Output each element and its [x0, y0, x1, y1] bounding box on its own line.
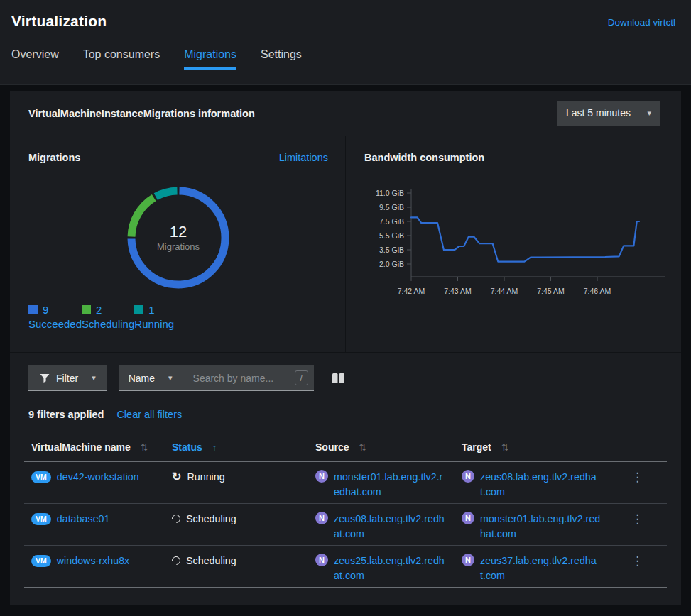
- slash-shortcut-badge: /: [295, 370, 308, 385]
- vm-name-link[interactable]: database01: [57, 512, 110, 527]
- vm-badge-icon: VM: [31, 555, 51, 567]
- charts-row: Migrations Limitations 12 Migrations 9Su…: [10, 136, 681, 353]
- status-text: Scheduling: [186, 554, 236, 568]
- sort-icon: ⇅: [501, 442, 509, 453]
- page-title: Virtualization: [11, 13, 107, 30]
- table-row: VMdatabase01SchedulingNzeus08.lab.eng.tl…: [24, 504, 667, 546]
- legend-label-link[interactable]: Running: [134, 317, 174, 332]
- in-progress-spinner-icon: [170, 513, 183, 525]
- table-toolbar: Filter ▾ Name ▾ /: [10, 353, 681, 391]
- status-scheduling: Scheduling: [172, 554, 301, 568]
- column-header-target[interactable]: Target ⇅: [455, 434, 608, 462]
- node-badge-icon: N: [462, 470, 474, 483]
- filter-funnel-icon: [40, 373, 50, 383]
- source-node-link[interactable]: zeus25.lab.eng.tlv2.redhat.com: [334, 554, 447, 583]
- column-header-status[interactable]: Status ↑: [165, 434, 308, 462]
- status-text: Running: [187, 470, 224, 484]
- status-text: Scheduling: [186, 512, 236, 526]
- vm-name-link[interactable]: windows-rxhu8x: [57, 554, 130, 568]
- x-tick-label: 7:42 AM: [398, 287, 425, 295]
- donut-svg: [125, 185, 232, 291]
- tab-settings[interactable]: Settings: [261, 48, 302, 70]
- legend-item-succeeded: 9Succeeded: [28, 302, 82, 332]
- row-kebab-menu-button[interactable]: ⋮: [626, 470, 649, 485]
- legend-swatch: [82, 305, 91, 314]
- status-running: ↻Running: [172, 470, 301, 484]
- migrations-donut-chart: 12 Migrations: [125, 185, 232, 291]
- card-header: VirtualMachineInstanceMigrations informa…: [10, 91, 681, 136]
- legend-item-scheduling: 2Scheduling: [82, 302, 134, 332]
- node-badge-icon: N: [315, 554, 328, 566]
- tab-top-consumers[interactable]: Top consumers: [83, 48, 160, 70]
- search-input[interactable]: [192, 372, 295, 385]
- legend-swatch: [28, 305, 38, 314]
- legend-count: 1: [148, 304, 154, 316]
- donut-legend: 9Succeeded2Scheduling1Running: [28, 302, 328, 332]
- tab-overview[interactable]: Overview: [11, 48, 59, 70]
- card-title: VirtualMachineInstanceMigrations informa…: [28, 108, 255, 119]
- limitations-link[interactable]: Limitations: [279, 152, 328, 163]
- search-box: /: [183, 365, 314, 391]
- x-tick-label: 7:46 AM: [584, 287, 611, 295]
- duration-select-value: Last 5 minutes: [566, 107, 631, 119]
- bandwidth-series-line: [411, 217, 639, 261]
- chevron-down-icon: ▾: [168, 373, 173, 383]
- attribute-dropdown-button[interactable]: Name ▾: [119, 365, 183, 391]
- in-progress-spinner-icon: [170, 555, 183, 567]
- y-tick-label: 5.5 GiB: [379, 231, 404, 240]
- table-row: VMwindows-rxhu8xSchedulingNzeus25.lab.en…: [24, 546, 667, 588]
- legend-swatch: [134, 305, 143, 314]
- clear-all-filters-link[interactable]: Clear all filters: [116, 409, 182, 420]
- columns-icon: [332, 373, 344, 383]
- status-scheduling: Scheduling: [172, 512, 301, 526]
- bandwidth-line-chart: 11.0 GiB9.5 GiB7.5 GiB5.5 GiB3.5 GiB2.0 …: [364, 183, 670, 304]
- main-content: VirtualMachineInstanceMigrations informa…: [0, 85, 691, 616]
- column-header-vm-name[interactable]: VirtualMachine name ⇅: [24, 434, 165, 462]
- sync-running-icon: ↻: [172, 471, 181, 483]
- migrations-panel-title: Migrations: [28, 152, 80, 163]
- legend-count: 2: [96, 304, 102, 316]
- migrations-table: VirtualMachine name ⇅ Status ↑ Source ⇅ …: [24, 434, 667, 588]
- vm-name-link[interactable]: dev42-workstation: [57, 470, 139, 485]
- table-row: VMdev42-workstation↻RunningNmonster01.la…: [24, 462, 667, 504]
- y-tick-label: 3.5 GiB: [379, 246, 404, 254]
- search-input-group: Name ▾ /: [119, 365, 314, 391]
- target-node-link[interactable]: monster01.lab.eng.tlv2.redhat.com: [480, 512, 601, 541]
- source-node-link[interactable]: monster01.lab.eng.tlv2.redhat.com: [334, 470, 447, 500]
- y-tick-label: 11.0 GiB: [376, 189, 404, 197]
- y-tick-label: 9.5 GiB: [379, 203, 404, 211]
- target-node-link[interactable]: zeus08.lab.eng.tlv2.redhat.com: [480, 470, 601, 500]
- sort-asc-icon: ↑: [212, 442, 217, 453]
- node-badge-icon: N: [315, 470, 328, 483]
- donut-segment-scheduling: [131, 198, 154, 237]
- migrations-card: VirtualMachineInstanceMigrations informa…: [10, 91, 681, 605]
- source-node-link[interactable]: zeus08.lab.eng.tlv2.redhat.com: [334, 512, 447, 541]
- node-badge-icon: N: [462, 512, 474, 524]
- filters-applied-count: 9 filters applied: [28, 409, 104, 420]
- target-node-link[interactable]: zeus37.lab.eng.tlv2.redhat.com: [480, 554, 601, 583]
- y-tick-label: 7.5 GiB: [379, 217, 404, 226]
- chevron-down-icon: ▾: [647, 109, 651, 118]
- tab-migrations[interactable]: Migrations: [184, 48, 236, 70]
- bandwidth-panel: Bandwidth consumption 11.0 GiB9.5 GiB7.5…: [346, 136, 681, 352]
- y-tick-label: 2.0 GiB: [379, 260, 404, 268]
- tab-bar: OverviewTop consumersMigrationsSettings: [11, 48, 675, 70]
- legend-label-link[interactable]: Scheduling: [82, 317, 134, 332]
- sort-icon: ⇅: [359, 442, 366, 453]
- download-virtctl-link[interactable]: Download virtctl: [608, 17, 675, 28]
- duration-select[interactable]: Last 5 minutes ▾: [557, 101, 660, 126]
- x-tick-label: 7:43 AM: [444, 287, 472, 295]
- legend-item-running: 1Running: [134, 302, 174, 332]
- x-tick-label: 7:45 AM: [537, 287, 565, 295]
- row-kebab-menu-button[interactable]: ⋮: [626, 554, 649, 568]
- applied-filters-row: 9 filters applied Clear all filters: [28, 409, 663, 420]
- column-header-actions: [608, 434, 667, 462]
- filter-dropdown-button[interactable]: Filter ▾: [28, 365, 107, 391]
- vm-badge-icon: VM: [31, 513, 51, 525]
- column-header-source[interactable]: Source ⇅: [308, 434, 455, 462]
- table-header-row: VirtualMachine name ⇅ Status ↑ Source ⇅ …: [24, 434, 667, 462]
- row-kebab-menu-button[interactable]: ⋮: [626, 512, 649, 527]
- manage-columns-button[interactable]: [330, 370, 347, 386]
- bandwidth-panel-title: Bandwidth consumption: [364, 152, 484, 163]
- legend-label-link[interactable]: Succeeded: [28, 317, 82, 332]
